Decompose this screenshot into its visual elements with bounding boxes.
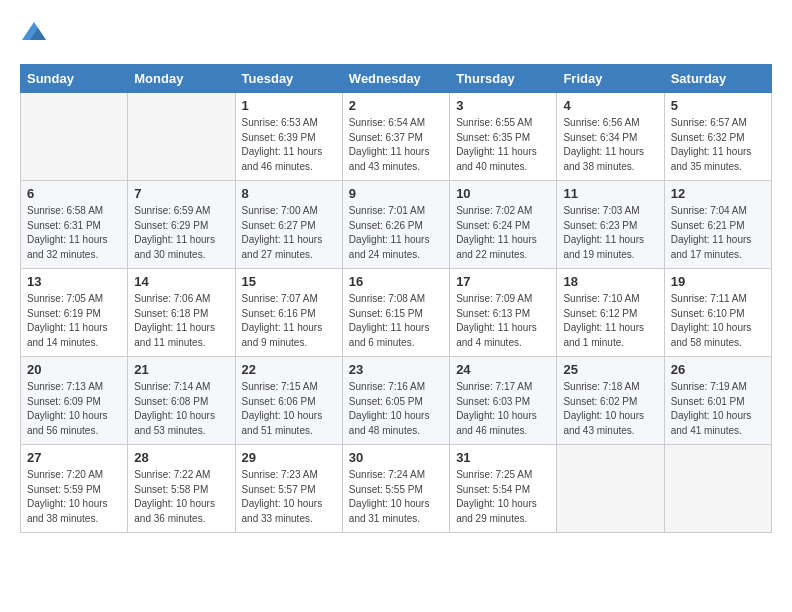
calendar-cell: 21Sunrise: 7:14 AM Sunset: 6:08 PM Dayli… (128, 357, 235, 445)
day-number: 12 (671, 186, 765, 201)
day-info: Sunrise: 7:05 AM Sunset: 6:19 PM Dayligh… (27, 292, 121, 350)
calendar-cell: 1Sunrise: 6:53 AM Sunset: 6:39 PM Daylig… (235, 93, 342, 181)
calendar-cell: 6Sunrise: 6:58 AM Sunset: 6:31 PM Daylig… (21, 181, 128, 269)
day-info: Sunrise: 7:06 AM Sunset: 6:18 PM Dayligh… (134, 292, 228, 350)
day-number: 26 (671, 362, 765, 377)
day-number: 18 (563, 274, 657, 289)
day-info: Sunrise: 6:53 AM Sunset: 6:39 PM Dayligh… (242, 116, 336, 174)
column-header-monday: Monday (128, 65, 235, 93)
day-number: 2 (349, 98, 443, 113)
day-number: 19 (671, 274, 765, 289)
calendar-cell: 20Sunrise: 7:13 AM Sunset: 6:09 PM Dayli… (21, 357, 128, 445)
calendar-cell: 19Sunrise: 7:11 AM Sunset: 6:10 PM Dayli… (664, 269, 771, 357)
page-header (20, 20, 772, 48)
day-info: Sunrise: 6:55 AM Sunset: 6:35 PM Dayligh… (456, 116, 550, 174)
column-header-saturday: Saturday (664, 65, 771, 93)
day-number: 1 (242, 98, 336, 113)
day-number: 22 (242, 362, 336, 377)
calendar-cell: 7Sunrise: 6:59 AM Sunset: 6:29 PM Daylig… (128, 181, 235, 269)
day-info: Sunrise: 7:23 AM Sunset: 5:57 PM Dayligh… (242, 468, 336, 526)
calendar-cell (557, 445, 664, 533)
day-info: Sunrise: 7:03 AM Sunset: 6:23 PM Dayligh… (563, 204, 657, 262)
calendar-cell (664, 445, 771, 533)
calendar-cell: 5Sunrise: 6:57 AM Sunset: 6:32 PM Daylig… (664, 93, 771, 181)
day-number: 30 (349, 450, 443, 465)
calendar-cell (21, 93, 128, 181)
calendar-cell: 15Sunrise: 7:07 AM Sunset: 6:16 PM Dayli… (235, 269, 342, 357)
calendar-cell: 17Sunrise: 7:09 AM Sunset: 6:13 PM Dayli… (450, 269, 557, 357)
calendar-cell: 28Sunrise: 7:22 AM Sunset: 5:58 PM Dayli… (128, 445, 235, 533)
day-number: 28 (134, 450, 228, 465)
calendar-cell: 14Sunrise: 7:06 AM Sunset: 6:18 PM Dayli… (128, 269, 235, 357)
calendar-cell: 23Sunrise: 7:16 AM Sunset: 6:05 PM Dayli… (342, 357, 449, 445)
day-info: Sunrise: 6:54 AM Sunset: 6:37 PM Dayligh… (349, 116, 443, 174)
day-number: 25 (563, 362, 657, 377)
day-info: Sunrise: 7:25 AM Sunset: 5:54 PM Dayligh… (456, 468, 550, 526)
column-header-sunday: Sunday (21, 65, 128, 93)
day-info: Sunrise: 7:02 AM Sunset: 6:24 PM Dayligh… (456, 204, 550, 262)
header-row: SundayMondayTuesdayWednesdayThursdayFrid… (21, 65, 772, 93)
week-row-2: 6Sunrise: 6:58 AM Sunset: 6:31 PM Daylig… (21, 181, 772, 269)
logo-icon (20, 20, 48, 48)
calendar-cell: 25Sunrise: 7:18 AM Sunset: 6:02 PM Dayli… (557, 357, 664, 445)
day-number: 9 (349, 186, 443, 201)
day-number: 24 (456, 362, 550, 377)
day-number: 31 (456, 450, 550, 465)
day-number: 4 (563, 98, 657, 113)
day-number: 29 (242, 450, 336, 465)
day-info: Sunrise: 7:07 AM Sunset: 6:16 PM Dayligh… (242, 292, 336, 350)
column-header-friday: Friday (557, 65, 664, 93)
calendar-cell: 10Sunrise: 7:02 AM Sunset: 6:24 PM Dayli… (450, 181, 557, 269)
week-row-4: 20Sunrise: 7:13 AM Sunset: 6:09 PM Dayli… (21, 357, 772, 445)
day-info: Sunrise: 7:20 AM Sunset: 5:59 PM Dayligh… (27, 468, 121, 526)
calendar-cell: 27Sunrise: 7:20 AM Sunset: 5:59 PM Dayli… (21, 445, 128, 533)
day-number: 17 (456, 274, 550, 289)
day-number: 14 (134, 274, 228, 289)
day-number: 7 (134, 186, 228, 201)
week-row-1: 1Sunrise: 6:53 AM Sunset: 6:39 PM Daylig… (21, 93, 772, 181)
day-info: Sunrise: 7:04 AM Sunset: 6:21 PM Dayligh… (671, 204, 765, 262)
day-info: Sunrise: 7:17 AM Sunset: 6:03 PM Dayligh… (456, 380, 550, 438)
day-info: Sunrise: 7:11 AM Sunset: 6:10 PM Dayligh… (671, 292, 765, 350)
day-info: Sunrise: 7:13 AM Sunset: 6:09 PM Dayligh… (27, 380, 121, 438)
day-info: Sunrise: 7:14 AM Sunset: 6:08 PM Dayligh… (134, 380, 228, 438)
day-number: 11 (563, 186, 657, 201)
day-number: 8 (242, 186, 336, 201)
day-info: Sunrise: 7:10 AM Sunset: 6:12 PM Dayligh… (563, 292, 657, 350)
day-number: 3 (456, 98, 550, 113)
day-number: 21 (134, 362, 228, 377)
column-header-wednesday: Wednesday (342, 65, 449, 93)
calendar-cell: 29Sunrise: 7:23 AM Sunset: 5:57 PM Dayli… (235, 445, 342, 533)
calendar-table: SundayMondayTuesdayWednesdayThursdayFrid… (20, 64, 772, 533)
day-number: 16 (349, 274, 443, 289)
day-info: Sunrise: 7:18 AM Sunset: 6:02 PM Dayligh… (563, 380, 657, 438)
day-number: 27 (27, 450, 121, 465)
week-row-3: 13Sunrise: 7:05 AM Sunset: 6:19 PM Dayli… (21, 269, 772, 357)
calendar-cell: 3Sunrise: 6:55 AM Sunset: 6:35 PM Daylig… (450, 93, 557, 181)
day-number: 20 (27, 362, 121, 377)
calendar-cell: 12Sunrise: 7:04 AM Sunset: 6:21 PM Dayli… (664, 181, 771, 269)
calendar-cell: 13Sunrise: 7:05 AM Sunset: 6:19 PM Dayli… (21, 269, 128, 357)
day-number: 10 (456, 186, 550, 201)
calendar-cell: 26Sunrise: 7:19 AM Sunset: 6:01 PM Dayli… (664, 357, 771, 445)
day-info: Sunrise: 7:22 AM Sunset: 5:58 PM Dayligh… (134, 468, 228, 526)
day-info: Sunrise: 7:19 AM Sunset: 6:01 PM Dayligh… (671, 380, 765, 438)
calendar-cell: 2Sunrise: 6:54 AM Sunset: 6:37 PM Daylig… (342, 93, 449, 181)
calendar-cell: 22Sunrise: 7:15 AM Sunset: 6:06 PM Dayli… (235, 357, 342, 445)
logo (20, 20, 52, 48)
column-header-thursday: Thursday (450, 65, 557, 93)
day-info: Sunrise: 7:24 AM Sunset: 5:55 PM Dayligh… (349, 468, 443, 526)
calendar-cell: 24Sunrise: 7:17 AM Sunset: 6:03 PM Dayli… (450, 357, 557, 445)
calendar-cell: 9Sunrise: 7:01 AM Sunset: 6:26 PM Daylig… (342, 181, 449, 269)
day-info: Sunrise: 7:09 AM Sunset: 6:13 PM Dayligh… (456, 292, 550, 350)
day-info: Sunrise: 7:16 AM Sunset: 6:05 PM Dayligh… (349, 380, 443, 438)
calendar-cell: 16Sunrise: 7:08 AM Sunset: 6:15 PM Dayli… (342, 269, 449, 357)
day-number: 23 (349, 362, 443, 377)
day-number: 5 (671, 98, 765, 113)
calendar-cell (128, 93, 235, 181)
calendar-cell: 4Sunrise: 6:56 AM Sunset: 6:34 PM Daylig… (557, 93, 664, 181)
day-number: 6 (27, 186, 121, 201)
calendar-cell: 11Sunrise: 7:03 AM Sunset: 6:23 PM Dayli… (557, 181, 664, 269)
day-info: Sunrise: 7:00 AM Sunset: 6:27 PM Dayligh… (242, 204, 336, 262)
day-info: Sunrise: 6:59 AM Sunset: 6:29 PM Dayligh… (134, 204, 228, 262)
